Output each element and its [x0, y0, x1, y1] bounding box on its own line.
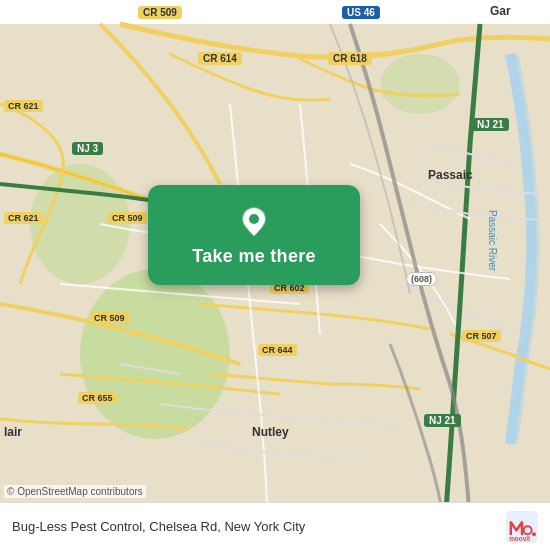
road-label-cr621-bottom: CR 621: [4, 212, 43, 224]
take-me-there-button[interactable]: Take me there: [148, 185, 360, 285]
city-label-nutley: Nutley: [252, 425, 289, 439]
road-label-nj3: NJ 3: [72, 142, 103, 155]
road-label-cr621-top: CR 621: [4, 100, 43, 112]
road-label-cr507: CR 507: [462, 330, 501, 342]
moovit-logo: moovit: [506, 511, 538, 543]
city-label-passaic: Passaic: [428, 168, 473, 182]
road-label-us46: US 46: [342, 6, 380, 19]
address-text: Bug-Less Pest Control, Chelsea Rd, New Y…: [12, 519, 506, 534]
road-label-cr618: CR 618: [328, 52, 372, 65]
road-label-cr509-lower: CR 509: [90, 312, 129, 324]
moovit-icon: moovit: [506, 511, 538, 543]
road-label-cr509-top: CR 509: [138, 6, 182, 19]
svg-point-5: [249, 214, 259, 224]
road-label-cr644: CR 644: [258, 344, 297, 356]
take-me-there-label: Take me there: [192, 246, 316, 267]
map-container: CR 509 US 46 CR 614 CR 618 NJ 3 CR 621 C…: [0, 0, 550, 550]
svg-point-3: [380, 54, 460, 114]
road-label-cr655: CR 655: [78, 392, 117, 404]
city-label-lair: lair: [4, 425, 22, 439]
bottom-bar: Bug-Less Pest Control, Chelsea Rd, New Y…: [0, 502, 550, 550]
road-label-cr614: CR 614: [198, 52, 242, 65]
road-label-608: (608): [406, 272, 437, 286]
road-label-cr509-mid: CR 509: [108, 212, 147, 224]
svg-text:moovit: moovit: [509, 535, 531, 542]
location-pin-icon: [236, 204, 272, 240]
city-label-gar: Gar: [490, 4, 511, 18]
road-label-nj21-bottom: NJ 21: [424, 414, 461, 427]
svg-point-8: [532, 532, 536, 536]
water-label-passaic-river: Passaic River: [487, 210, 498, 271]
road-label-nj21-top: NJ 21: [472, 118, 509, 131]
map-attribution: © OpenStreetMap contributors: [4, 485, 146, 498]
